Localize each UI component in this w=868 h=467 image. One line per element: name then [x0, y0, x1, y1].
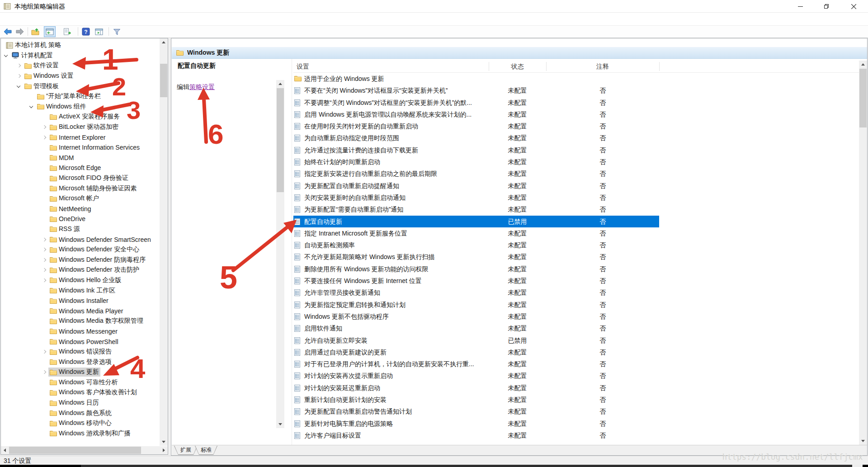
tree-item[interactable]: Windows 错误报告	[1, 347, 160, 357]
expander-icon[interactable]	[40, 399, 48, 407]
scroll-thumb[interactable]	[160, 64, 167, 97]
policy-settings-link[interactable]: 策略设置	[189, 83, 215, 90]
setting-row[interactable]: 为更新配置自动重新启动提醒通知 未配置 否	[293, 180, 859, 192]
column-separator[interactable]	[489, 62, 489, 71]
scroll-up-button[interactable]	[276, 80, 284, 88]
tree-item[interactable]: Windows Installer	[1, 296, 160, 306]
setting-row[interactable]: 指定更新安装进行自动重新启动之前的最后期限 未配置 否	[293, 168, 859, 179]
setting-row[interactable]: 指定 Intranet Microsoft 更新服务位置 未配置 否	[293, 227, 859, 239]
tree-item[interactable]: Windows Defender 安全中心	[1, 245, 160, 255]
menu-item[interactable]	[12, 17, 21, 21]
setting-row[interactable]: 重新计划自动更新计划的安装 未配置 否	[293, 394, 859, 406]
tree-item[interactable]: OneDrive	[1, 214, 160, 224]
setting-row[interactable]: 删除使用所有 Windows 更新功能的访问权限 未配置 否	[293, 263, 859, 275]
expander-icon[interactable]	[2, 52, 10, 60]
tree-item[interactable]: Windows 更新	[1, 367, 160, 377]
column-setting[interactable]: 设置	[297, 63, 309, 71]
setting-row[interactable]: 允许非管理员接收更新通知 未配置 否	[293, 287, 859, 298]
tree-item[interactable]: RSS 源	[1, 224, 160, 235]
tree-item[interactable]: Microsoft FIDO 身份验证	[1, 173, 160, 184]
setting-row[interactable]: 始终在计划的时间重新启动 未配置 否	[293, 156, 859, 168]
help-button[interactable]: ?	[80, 26, 92, 37]
expander-icon[interactable]	[40, 225, 48, 233]
setting-row[interactable]: 启用软件通知 未配置 否	[293, 322, 859, 334]
tree-item[interactable]: ActiveX 安装程序服务	[1, 112, 160, 122]
restore-button[interactable]	[816, 0, 837, 13]
column-separator[interactable]	[546, 62, 547, 71]
tree-item[interactable]: Internet Explorer	[1, 132, 160, 142]
setting-row[interactable]: 启用通过自动更新建议的更新 未配置 否	[293, 346, 859, 358]
export-list-button[interactable]	[61, 26, 73, 37]
scroll-thumb[interactable]	[277, 88, 284, 192]
tree-item[interactable]: Internet Information Services	[1, 142, 160, 153]
expander-icon[interactable]	[40, 266, 48, 274]
setting-row[interactable]: 在使用时段关闭针对更新的自动重新启动 未配置 否	[293, 120, 859, 132]
scroll-up-button[interactable]	[859, 61, 867, 68]
tree-item[interactable]: Windows Defender SmartScreen	[1, 234, 160, 245]
expander-icon[interactable]	[40, 276, 48, 284]
tree-item[interactable]: 管理模板	[1, 81, 160, 91]
setting-row[interactable]: 配置自动更新 已禁用 否	[293, 216, 859, 227]
setting-row[interactable]: 对于有已登录用户的计算机，计划的自动更新安装不执行重... 未配置 否	[293, 358, 859, 370]
scroll-left-button[interactable]	[1, 446, 9, 454]
expander-icon[interactable]	[40, 123, 48, 131]
expander-icon[interactable]	[40, 388, 48, 396]
expander-icon[interactable]	[40, 154, 48, 162]
expander-icon[interactable]	[40, 143, 48, 151]
console-tree-toggle-button[interactable]	[44, 26, 56, 37]
tree-item[interactable]: Windows 移动中心	[1, 418, 160, 429]
column-comment[interactable]: 注释	[546, 63, 659, 71]
scroll-down-button[interactable]	[276, 420, 284, 428]
export-folder-button[interactable]	[30, 26, 42, 37]
scroll-down-button[interactable]	[859, 437, 867, 445]
tree-item[interactable]: Windows 登录选项	[1, 357, 160, 367]
expander-icon[interactable]	[40, 205, 48, 213]
expander-icon[interactable]	[28, 103, 36, 111]
tree-item[interactable]: Windows 客户体验改善计划	[1, 387, 160, 398]
tree-item[interactable]: Microsoft 辅助身份验证因素	[1, 183, 160, 193]
expander-icon[interactable]	[28, 92, 36, 100]
expander-icon[interactable]	[40, 133, 48, 142]
tree-item[interactable]: Windows Media 数字权限管理	[1, 316, 160, 326]
menu-item[interactable]	[3, 17, 12, 21]
expander-icon[interactable]	[40, 215, 48, 223]
tree-item[interactable]: Windows Defender 攻击防护	[1, 265, 160, 275]
scroll-up-button[interactable]	[160, 38, 168, 46]
tree-item[interactable]: MDM	[1, 153, 160, 163]
action-pane-toggle-button[interactable]	[93, 26, 105, 37]
tree-item[interactable]: Windows PowerShell	[1, 336, 160, 347]
tree-item[interactable]: Windows Hello 企业版	[1, 275, 160, 286]
setting-row[interactable]: 不要连接任何 Windows 更新 Internet 位置 未配置 否	[293, 275, 859, 287]
expander-icon[interactable]	[40, 368, 48, 376]
tree-item[interactable]: Windows 颜色系统	[1, 408, 160, 418]
expander-icon[interactable]	[40, 378, 48, 387]
expander-icon[interactable]	[15, 82, 23, 90]
column-status[interactable]: 状态	[489, 63, 546, 71]
setting-row[interactable]: 不允许更新延期策略对 Windows 更新执行扫描 未配置 否	[293, 251, 859, 263]
expander-icon[interactable]	[40, 307, 48, 315]
back-button[interactable]	[2, 26, 14, 37]
tab-extended[interactable]: 扩展	[174, 446, 198, 455]
tree-item[interactable]: Windows Messenger	[1, 326, 160, 337]
menu-item[interactable]	[21, 17, 30, 21]
setting-row[interactable]: 对计划的安装延迟重新启动 未配置 否	[293, 382, 859, 394]
setting-row[interactable]: 不要在“关闭 Windows”对话框显示“安装更新并关机” 未配置 否	[293, 85, 859, 96]
expander-icon[interactable]	[40, 338, 48, 346]
expander-icon[interactable]	[40, 256, 48, 264]
expander-icon[interactable]	[40, 327, 48, 335]
tree-item[interactable]: 软件设置	[1, 61, 160, 71]
menu-item[interactable]	[30, 17, 39, 21]
expander-icon[interactable]	[40, 409, 48, 417]
tree-item[interactable]: Windows 设置	[1, 71, 160, 81]
tree-item[interactable]: “开始”菜单和任务栏	[1, 91, 160, 102]
setting-row[interactable]: 允许客户端目标设置 未配置 否	[293, 429, 859, 441]
setting-row[interactable]: 关闭安装更新时的自动重新启动通知 未配置 否	[293, 192, 859, 203]
forward-button[interactable]	[14, 26, 26, 37]
scroll-down-button[interactable]	[160, 438, 168, 446]
setting-row[interactable]: Windows 更新不包括驱动程序 未配置 否	[293, 311, 859, 322]
setting-row[interactable]: 启用 Windows 更新电源管理以自动唤醒系统来安装计划的... 未配置 否	[293, 108, 859, 120]
setting-row[interactable]: 自动更新检测频率 未配置 否	[293, 239, 859, 251]
tree-item[interactable]: Windows 日历	[1, 398, 160, 408]
setting-row[interactable]: 为更新配置“需要自动重新启动”通知 未配置 否	[293, 203, 859, 215]
tree-item[interactable]: Windows Media Player	[1, 306, 160, 316]
